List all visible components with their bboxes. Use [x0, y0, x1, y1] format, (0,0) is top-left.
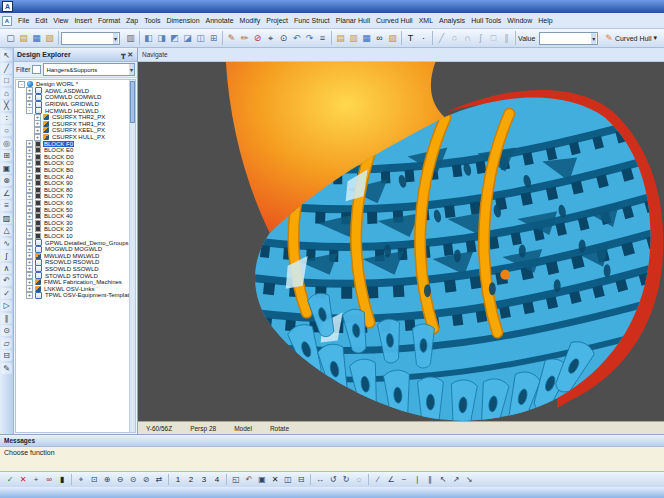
- draft-icon[interactable]: ✏: [238, 32, 251, 45]
- undo-tool-icon[interactable]: ↶: [1, 275, 12, 286]
- play-tool-icon[interactable]: ▷: [1, 300, 12, 311]
- rect-tool-icon[interactable]: □: [1, 75, 12, 86]
- hatch-shape-icon[interactable]: ∥: [500, 32, 513, 45]
- menu-item[interactable]: Planar Hull: [333, 17, 373, 24]
- tree-item[interactable]: + BLOCK 60: [16, 200, 135, 207]
- view-1-button[interactable]: 1: [172, 474, 184, 486]
- zoom-out-icon[interactable]: ⊖: [114, 474, 126, 486]
- circle-tool-icon[interactable]: ○: [1, 125, 12, 136]
- tree-item[interactable]: + COMWLD COMWLD: [16, 94, 135, 101]
- open-icon[interactable]: ▤: [17, 32, 30, 45]
- view-4-button[interactable]: 4: [211, 474, 223, 486]
- spline-tool-icon[interactable]: ʃ: [1, 250, 12, 261]
- redo-icon[interactable]: ↷: [303, 32, 316, 45]
- rect-shape-icon[interactable]: □: [487, 32, 500, 45]
- menu-item[interactable]: Hull Tools: [468, 17, 504, 24]
- tree-item[interactable]: + BLOCK 80: [16, 187, 135, 194]
- tree-item[interactable]: + BLOCK 90: [16, 180, 135, 187]
- expand-toggle-icon[interactable]: -: [26, 107, 33, 114]
- specs-folder-icon[interactable]: ▥: [347, 32, 360, 45]
- select-cursor-icon[interactable]: ↖: [1, 50, 12, 61]
- zoom-window-icon[interactable]: ⊡: [88, 474, 100, 486]
- tree-item[interactable]: + BLOCK 20: [16, 226, 135, 233]
- point-mark-icon[interactable]: ·: [417, 32, 430, 45]
- hatch-tool-icon[interactable]: ▨: [1, 213, 12, 224]
- menu-item[interactable]: View: [50, 17, 71, 24]
- tree-item[interactable]: + BLOCK A0: [16, 173, 135, 180]
- arrow-nw-icon[interactable]: ↖: [437, 474, 449, 486]
- close-icon[interactable]: ✕: [126, 51, 134, 59]
- filter-dropdown[interactable]: Hangers&Supports ▾: [43, 63, 135, 76]
- tree-item[interactable]: + MOGWLD MOGWLD: [16, 246, 135, 253]
- parallel-icon[interactable]: ∥: [424, 474, 436, 486]
- line-shape-icon[interactable]: ╱: [435, 32, 448, 45]
- parallelogram-tool-icon[interactable]: ▱: [1, 338, 12, 349]
- tree-item[interactable]: + BLOCK 30: [16, 219, 135, 226]
- verify-tool-icon[interactable]: ✓: [1, 288, 12, 299]
- expand-toggle-icon[interactable]: +: [26, 292, 33, 299]
- text-tool-icon[interactable]: T: [404, 32, 417, 45]
- toolbar-combo[interactable]: ▾: [61, 32, 120, 45]
- curved-hull-button[interactable]: ✎ Curved Hull ▾: [602, 32, 660, 45]
- new-window-icon[interactable]: ◱: [230, 474, 242, 486]
- menu-item[interactable]: Edit: [32, 17, 50, 24]
- polygon-tool-icon[interactable]: ⌂: [1, 88, 12, 99]
- menu-item[interactable]: Zap: [123, 17, 141, 24]
- arrow-ne-icon[interactable]: ↗: [450, 474, 462, 486]
- curve-tool-icon[interactable]: ∿: [1, 238, 12, 249]
- view-plan-icon[interactable]: ⊞: [207, 32, 220, 45]
- view-single-icon[interactable]: ◧: [142, 32, 155, 45]
- menu-item[interactable]: Dimension: [163, 17, 202, 24]
- spline-shape-icon[interactable]: ʃ: [474, 32, 487, 45]
- point-tool-icon[interactable]: ∶: [1, 113, 12, 124]
- locate-icon[interactable]: ⌖: [75, 474, 87, 486]
- chevron-down-icon[interactable]: ▾: [591, 33, 596, 44]
- menu-item[interactable]: Annotate: [203, 17, 237, 24]
- line-style-1-icon[interactable]: ∕: [372, 474, 384, 486]
- grid-tool-icon[interactable]: ⊞: [1, 150, 12, 161]
- tree-item[interactable]: + ADWL ASDWLD: [16, 88, 135, 95]
- tree-item[interactable]: + BLOCK C0: [16, 160, 135, 167]
- view-cascade-icon[interactable]: ◩: [168, 32, 181, 45]
- view-3-button[interactable]: 3: [198, 474, 210, 486]
- tree-item[interactable]: + BLOCK 50: [16, 206, 135, 213]
- angle-tool-icon[interactable]: ∠: [1, 188, 12, 199]
- triangle-tool-icon[interactable]: △: [1, 225, 12, 236]
- tree-item[interactable]: + STOWLD STOWLD: [16, 272, 135, 279]
- line-style-2-icon[interactable]: −: [398, 474, 410, 486]
- modify-icon[interactable]: ✎: [225, 32, 238, 45]
- arc-shape-icon[interactable]: ∩: [461, 32, 474, 45]
- menu-item[interactable]: Modify: [237, 17, 264, 24]
- menu-item[interactable]: Func Struct: [291, 17, 333, 24]
- ring-tool-icon[interactable]: ◎: [1, 138, 12, 149]
- close-view-icon[interactable]: ✕: [269, 474, 281, 486]
- tree-item[interactable]: + GPWL Detailed_Demo_Groups: [16, 239, 135, 246]
- arrow-se-icon[interactable]: ↘: [463, 474, 475, 486]
- tree-scrollbar-thumb[interactable]: [130, 81, 135, 123]
- menu-item[interactable]: XML: [416, 17, 436, 24]
- library-folder-icon[interactable]: ▦: [360, 32, 373, 45]
- circle-shape-icon[interactable]: ○: [448, 32, 461, 45]
- value-combo[interactable]: ▾: [539, 32, 598, 45]
- chevron-down-icon[interactable]: ▾: [129, 64, 134, 75]
- binoculars-icon[interactable]: ∞: [373, 32, 386, 45]
- menu-item[interactable]: Help: [535, 17, 555, 24]
- tree-item[interactable]: + SSOWLD SSOWLD: [16, 266, 135, 273]
- model-canvas-3d[interactable]: [138, 62, 664, 421]
- vertex-tool-icon[interactable]: ∧: [1, 263, 12, 274]
- print-icon[interactable]: ▥: [124, 32, 137, 45]
- view-front-icon[interactable]: ◪: [181, 32, 194, 45]
- menu-item[interactable]: Insert: [71, 17, 95, 24]
- tile-windows-icon[interactable]: ◫: [282, 474, 294, 486]
- trim-tool-icon[interactable]: ⊗: [1, 175, 12, 186]
- import-icon[interactable]: ▧: [43, 32, 56, 45]
- rotate-ccw-icon[interactable]: ↺: [327, 474, 339, 486]
- menu-item[interactable]: Format: [95, 17, 123, 24]
- tree-item[interactable]: + BLOCK E0: [16, 147, 135, 154]
- zoom-auto-icon[interactable]: ⊙: [127, 474, 139, 486]
- line-tool-icon[interactable]: ╱: [1, 63, 12, 74]
- zoom-in-icon[interactable]: ⊕: [101, 474, 113, 486]
- inspect-icon[interactable]: ⊙: [277, 32, 290, 45]
- view-tile-icon[interactable]: ◨: [155, 32, 168, 45]
- snap-tool-icon[interactable]: ⊙: [1, 325, 12, 336]
